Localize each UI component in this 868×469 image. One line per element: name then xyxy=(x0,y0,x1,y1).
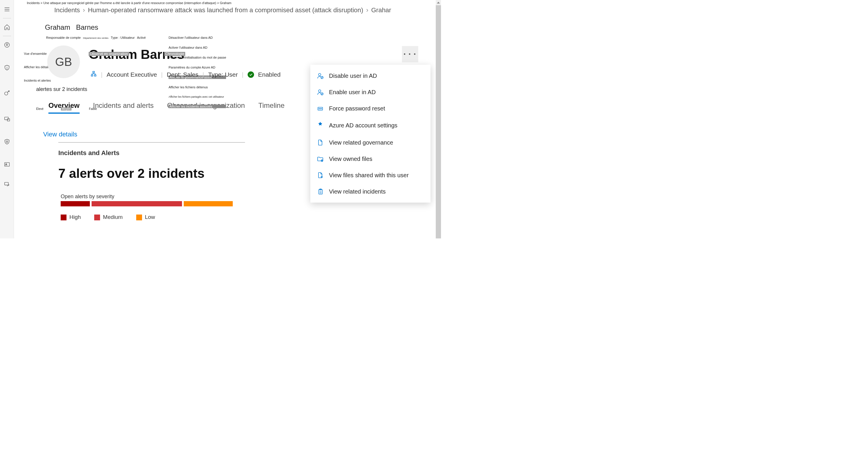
divider xyxy=(3,36,11,36)
actions-dropdown: Disable user in AD Enable user in AD For… xyxy=(310,65,431,203)
svg-point-6 xyxy=(6,141,8,142)
type-fr: Type : Utilisateur xyxy=(111,36,135,39)
action-disable-user[interactable]: Disable user in AD xyxy=(310,68,431,84)
severity-segment-medium xyxy=(92,201,182,206)
legend-low: Low xyxy=(136,214,155,221)
chevron-right-icon: › xyxy=(83,6,85,14)
svg-point-15 xyxy=(318,90,321,92)
separator: | xyxy=(203,71,204,78)
sev-high-fr: Élevé xyxy=(36,107,43,110)
fr-shared: Afficher les fichiers partagés avec cet … xyxy=(168,95,226,98)
shield-icon[interactable] xyxy=(0,61,14,75)
fr-azure: Paramètres du compte Azure AD xyxy=(168,66,226,69)
chip-timeline-fr: Chronologie xyxy=(164,52,186,56)
severity-legend: High Medium Low xyxy=(61,214,155,221)
devices-icon[interactable] xyxy=(0,112,14,126)
ellipsis-icon: • • • xyxy=(404,51,416,58)
legend-medium: Medium xyxy=(94,214,123,221)
svg-point-0 xyxy=(4,42,9,47)
action-force-reset[interactable]: Force password reset xyxy=(310,100,431,116)
user-dept: Dept: Sales xyxy=(167,71,198,78)
user-name-split: Graham Barnes xyxy=(45,23,98,32)
chip-observed-fr: Observé en organization xyxy=(89,52,129,56)
action-label: Azure AD account settings xyxy=(329,122,398,129)
entity-tabs: Overview Incidents and alerts Observed i… xyxy=(49,101,285,112)
action-label: View owned files xyxy=(329,156,372,162)
severity-bar-chart xyxy=(61,201,233,206)
action-view-related-incidents[interactable]: View related incidents xyxy=(310,183,431,200)
svg-rect-11 xyxy=(91,75,93,76)
tab-incidents-alerts[interactable]: Incidents and alerts xyxy=(93,101,154,112)
dept-fr: Département des ventes xyxy=(83,37,108,39)
sev-low-fr: Faible xyxy=(89,107,97,110)
breadcrumb-fr-ghost: Incidents > Une attaque par rançongiciel… xyxy=(27,1,231,5)
alerts-headline: 7 alerts over 2 incidents xyxy=(58,166,205,181)
main-content: Incidents > Une attaque par rançongiciel… xyxy=(14,0,436,238)
chips-fr: Observé en organization Chronologie xyxy=(89,52,185,56)
avatar: GB xyxy=(47,45,80,78)
tab-overview[interactable]: Overview xyxy=(49,101,80,112)
divider xyxy=(3,18,11,19)
fr-disable: Désactiver l'utilisateur dans AD xyxy=(168,36,226,39)
user-type: Type: User xyxy=(208,71,238,78)
compass-icon[interactable] xyxy=(0,38,14,52)
status-fr: Activé xyxy=(137,36,146,39)
svg-point-19 xyxy=(320,108,320,109)
action-view-shared-files[interactable]: View files shared with this user xyxy=(310,167,431,183)
scroll-up-icon[interactable] xyxy=(436,0,441,5)
breadcrumb-entity: Grahar xyxy=(371,6,391,14)
user-status: Enabled xyxy=(258,71,281,78)
action-label: Enable user in AD xyxy=(329,89,376,96)
severity-segment-low xyxy=(184,201,233,206)
org-chart-icon[interactable] xyxy=(90,71,97,78)
view-details-link[interactable]: View details xyxy=(43,131,77,138)
hamburger-icon[interactable] xyxy=(0,2,14,16)
action-view-owned-files[interactable]: View owned files xyxy=(310,151,431,167)
action-label: View related incidents xyxy=(329,188,385,195)
home-icon[interactable] xyxy=(0,20,14,34)
divider xyxy=(58,142,245,142)
action-azure-settings[interactable]: Azure AD account settings xyxy=(310,116,431,134)
svg-point-1 xyxy=(7,68,7,69)
global-sidebar xyxy=(0,0,14,238)
breadcrumb-incident[interactable]: Human-operated ransomware attack was lau… xyxy=(88,6,363,14)
separator: | xyxy=(161,71,162,78)
secure-score-icon[interactable] xyxy=(0,135,14,149)
action-label: Disable user in AD xyxy=(329,73,377,79)
svg-point-8 xyxy=(5,164,7,165)
separator: | xyxy=(242,71,243,78)
tab-timeline[interactable]: Timeline xyxy=(258,101,285,112)
svg-point-13 xyxy=(318,73,321,76)
sev-labels-fr: Élevé Moyen Faible xyxy=(36,107,97,110)
role-fr: Responsable de compte xyxy=(46,36,81,39)
svg-rect-7 xyxy=(4,163,9,166)
alert-summary-fr: alertes sur 2 incidents xyxy=(36,86,87,92)
breadcrumb-root[interactable]: Incidents xyxy=(54,6,80,14)
endpoint-icon[interactable] xyxy=(0,177,14,191)
action-view-governance[interactable]: View related governance xyxy=(310,134,431,151)
severity-segment-high xyxy=(61,201,90,206)
svg-point-20 xyxy=(321,108,322,109)
action-enable-user[interactable]: Enable user in AD xyxy=(310,84,431,100)
fr-owned: Afficher les fichiers détenus xyxy=(168,86,226,89)
ia2-fr: Incidents et alertes xyxy=(24,79,77,82)
svg-point-18 xyxy=(319,108,319,109)
action-label: View files shared with this user xyxy=(329,172,409,179)
fr-incidents: Afficher les incidents asscoiés xyxy=(168,105,226,108)
card-title-incidents: Incidents and Alerts xyxy=(58,149,119,157)
sev-med-fr: Moyen xyxy=(61,107,71,110)
vertical-scrollbar[interactable] xyxy=(436,0,441,238)
breadcrumb: Incidents › Human-operated ransomware at… xyxy=(54,6,436,14)
scrollbar-track[interactable] xyxy=(436,5,441,238)
overview-fr: Vue d'ensemble xyxy=(24,52,46,55)
user-meta-fr: Responsable de compte Département des ve… xyxy=(46,36,146,39)
action-label: View related governance xyxy=(329,139,393,146)
check-circle-icon xyxy=(248,71,254,78)
contact-card-icon[interactable] xyxy=(0,158,14,171)
action-label: Force password reset xyxy=(329,105,385,112)
score-icon[interactable] xyxy=(0,86,14,100)
svg-rect-4 xyxy=(4,117,8,120)
more-actions-button[interactable]: • • • xyxy=(402,46,418,62)
svg-rect-12 xyxy=(94,75,96,76)
svg-rect-9 xyxy=(4,182,8,185)
